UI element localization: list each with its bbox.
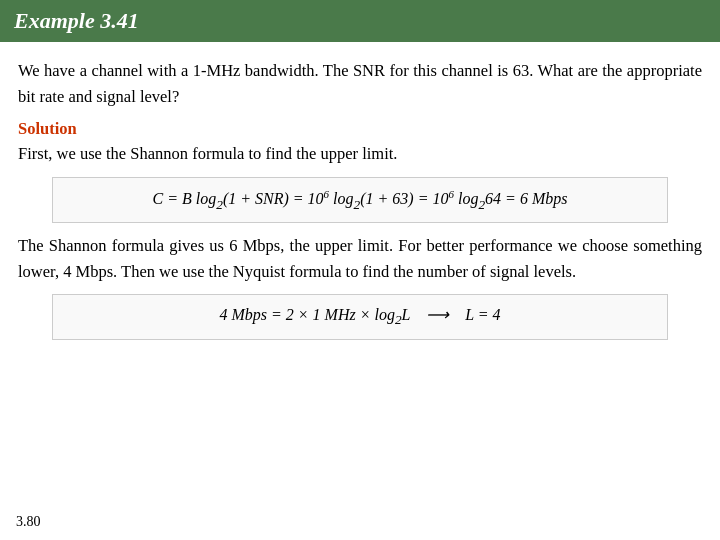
header-bar: Example 3.41 — [0, 0, 720, 42]
formula-box-2: 4 Mbps = 2 × 1 MHz × log2L ⟶ L = 4 — [52, 294, 668, 339]
main-content: We have a channel with a 1-MHz bandwidth… — [0, 42, 720, 360]
formula-1-text: C = B log2(1 + SNR) = 106 log2(1 + 63) =… — [153, 188, 568, 213]
second-paragraph: The Shannon formula gives us 6 Mbps, the… — [18, 233, 702, 284]
page-number: 3.80 — [16, 514, 41, 530]
formula-box-1: C = B log2(1 + SNR) = 106 log2(1 + 63) =… — [52, 177, 668, 224]
intro-paragraph: We have a channel with a 1-MHz bandwidth… — [18, 58, 702, 109]
solution-label: Solution — [18, 119, 702, 139]
solution-first-line: First, we use the Shannon formula to fin… — [18, 141, 702, 167]
formula-2-text: 4 Mbps = 2 × 1 MHz × log2L ⟶ L = 4 — [219, 305, 500, 328]
header-title: Example 3.41 — [14, 8, 139, 34]
